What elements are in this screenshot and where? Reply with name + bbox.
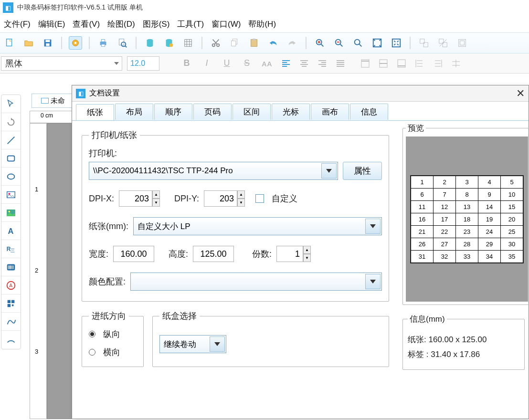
tab-paper[interactable]: 纸张: [76, 104, 114, 120]
chevron-down-icon[interactable]: [210, 336, 225, 352]
valign-mid-icon[interactable]: [377, 57, 390, 70]
barcode-tool-icon[interactable]: [1, 258, 21, 276]
tab-layout[interactable]: 布局: [115, 104, 153, 120]
color-profile-combo[interactable]: [130, 273, 382, 291]
portrait-radio[interactable]: [89, 331, 95, 337]
bold-icon[interactable]: B: [180, 56, 194, 71]
underline-icon[interactable]: U: [220, 56, 234, 71]
info-paper-value: 160.00 x 125.00: [428, 335, 487, 344]
align-icon[interactable]: [455, 36, 469, 50]
cut-icon[interactable]: [209, 36, 222, 50]
redo-icon[interactable]: [286, 36, 299, 50]
portrait-label: 纵向: [103, 328, 120, 340]
align-justify-icon[interactable]: [334, 57, 347, 70]
valign-bot-icon[interactable]: [395, 57, 408, 70]
engrave-icon[interactable]: ᴀᴀ: [260, 56, 274, 71]
close-icon[interactable]: ✕: [516, 87, 525, 100]
dialog-titlebar[interactable]: ◧ 文档设置 ✕: [72, 85, 529, 102]
strikethrough-icon[interactable]: S: [240, 56, 254, 71]
arc-tool-icon[interactable]: [1, 331, 21, 349]
ellipse-tool-icon[interactable]: [1, 168, 21, 186]
tab-range[interactable]: 区间: [233, 104, 271, 120]
database-icon[interactable]: [143, 36, 157, 50]
valign-top-icon[interactable]: [359, 57, 371, 70]
chevron-down-icon[interactable]: [365, 219, 381, 234]
picture-tool-icon[interactable]: [1, 204, 21, 222]
line-tool-icon[interactable]: [1, 131, 21, 149]
group-icon[interactable]: [417, 36, 431, 50]
align-left-icon[interactable]: [280, 57, 292, 70]
menu-view[interactable]: 查看(V): [73, 19, 100, 30]
richtext-tool-icon[interactable]: R三: [1, 240, 21, 258]
paste-icon[interactable]: [247, 36, 261, 50]
zoom-reset-icon[interactable]: [351, 36, 365, 50]
chevron-down-icon[interactable]: [365, 274, 381, 289]
database-config-icon[interactable]: [162, 36, 176, 50]
save-icon[interactable]: [41, 36, 54, 50]
font-size-input[interactable]: 12.0: [127, 56, 159, 71]
fit-page-icon[interactable]: [390, 36, 403, 50]
curve-tool-icon[interactable]: [1, 313, 21, 331]
svg-rect-19: [251, 40, 257, 47]
width-input[interactable]: [113, 246, 154, 262]
canvas-area[interactable]: [47, 123, 74, 419]
ungroup-icon[interactable]: [436, 36, 450, 50]
undo-icon[interactable]: [266, 36, 280, 50]
tab-info[interactable]: 信息: [350, 104, 388, 120]
spacing2-icon[interactable]: [432, 57, 444, 70]
print-preview-icon[interactable]: [116, 36, 129, 50]
align-right-icon[interactable]: [316, 57, 328, 70]
document-tab[interactable]: 未命: [32, 94, 74, 108]
qrcode-tool-icon[interactable]: [1, 294, 21, 313]
ruler-zero: 0 cm: [41, 112, 53, 119]
chevron-down-icon[interactable]: [321, 163, 337, 178]
spacing3-icon[interactable]: [450, 57, 462, 70]
tray-legend: 纸盒选择: [159, 310, 200, 322]
image-tool-icon[interactable]: [1, 186, 21, 204]
svg-point-5: [74, 42, 77, 44]
custom-dpi-checkbox[interactable]: [255, 194, 264, 203]
menu-help[interactable]: 帮助(H): [248, 19, 276, 30]
counter-tool-icon[interactable]: A: [1, 276, 21, 294]
copies-input[interactable]: [276, 246, 303, 262]
menu-draw[interactable]: 绘图(D): [107, 19, 135, 30]
spacing1-icon[interactable]: [413, 57, 426, 70]
text-tool-icon[interactable]: A: [1, 222, 21, 240]
tab-pageno[interactable]: 页码: [193, 104, 232, 120]
open-file-icon[interactable]: [22, 36, 35, 50]
preview-cell: 24: [478, 225, 501, 238]
landscape-radio[interactable]: [89, 349, 95, 356]
menu-tool[interactable]: 工具(T): [177, 19, 204, 30]
menu-edit[interactable]: 编辑(E): [38, 19, 65, 30]
zoom-in-icon[interactable]: [313, 36, 327, 50]
tab-canvas[interactable]: 画布: [311, 104, 349, 120]
menu-window[interactable]: 窗口(W): [212, 19, 241, 30]
printer-props-button[interactable]: 属性: [343, 162, 382, 180]
preview-cell: 14: [478, 200, 501, 213]
printer-paper-fieldset: 打印机/纸张 打印机: \\PC-202004111432\TSC TTP-24…: [82, 129, 389, 302]
doc-settings-icon[interactable]: [69, 36, 82, 50]
fit-window-icon[interactable]: [370, 36, 384, 50]
grid-icon[interactable]: [181, 36, 195, 50]
height-input[interactable]: [193, 246, 234, 262]
copy-icon[interactable]: [228, 36, 242, 50]
menu-shape[interactable]: 图形(S): [143, 19, 170, 30]
zoom-out-icon[interactable]: [332, 36, 346, 50]
printer-combo[interactable]: \\PC-202004111432\TSC TTP-244 Pro: [89, 162, 338, 180]
align-center-icon[interactable]: [298, 57, 310, 70]
rotate-tool-icon[interactable]: [1, 113, 21, 131]
tab-order[interactable]: 顺序: [154, 104, 192, 120]
rect-tool-icon[interactable]: [1, 149, 21, 168]
print-icon[interactable]: [96, 36, 110, 50]
new-file-icon[interactable]: [3, 36, 16, 50]
tray-combo[interactable]: 继续卷动: [159, 335, 226, 353]
menu-file[interactable]: 文件(F): [4, 19, 31, 30]
italic-icon[interactable]: I: [200, 56, 214, 71]
paper-size-combo[interactable]: 自定义大小 LP: [133, 217, 382, 235]
tab-cursor[interactable]: 光标: [272, 104, 310, 120]
font-name-combo[interactable]: 黑体: [1, 56, 122, 71]
dpiy-input[interactable]: [204, 190, 237, 207]
preview-cell: 35: [501, 250, 523, 262]
cursor-tool-icon[interactable]: [1, 95, 21, 113]
dpix-input[interactable]: [119, 190, 152, 207]
